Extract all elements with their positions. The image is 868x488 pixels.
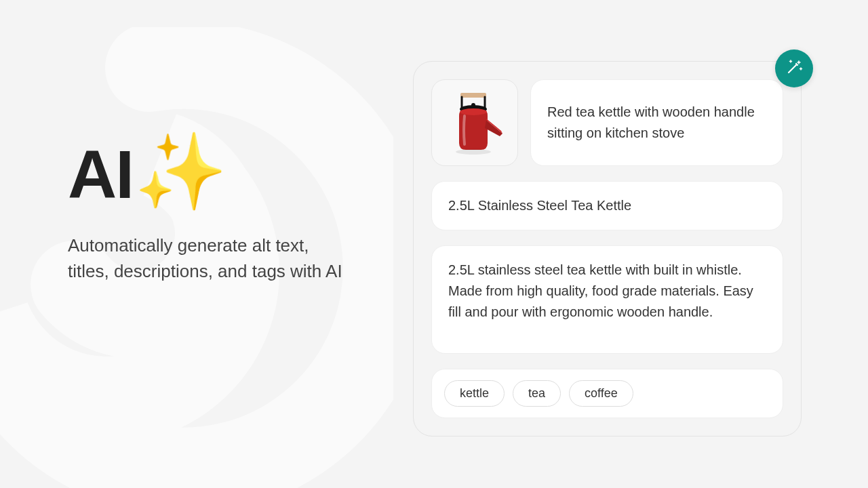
product-image-kettle xyxy=(431,79,518,166)
product-card: Red tea kettle with wooden handle sittin… xyxy=(413,61,802,436)
subheadline: Automatically generate alt text, titles,… xyxy=(68,233,353,284)
svg-point-2 xyxy=(471,103,475,107)
sparkles-icon: ✨ xyxy=(134,134,227,209)
svg-point-4 xyxy=(456,149,491,155)
description-value: 2.5L stainless steel tea kettle with bui… xyxy=(448,262,753,319)
tag-chip[interactable]: coffee xyxy=(569,380,633,407)
svg-rect-0 xyxy=(460,93,486,98)
alt-text-field[interactable]: Red tea kettle with wooden handle sittin… xyxy=(530,79,783,166)
title-value: 2.5L Stainless Steel Tea Kettle xyxy=(448,198,631,213)
description-field[interactable]: 2.5L stainless steel tea kettle with bui… xyxy=(431,245,783,354)
tags-field[interactable]: kettle tea coffee xyxy=(431,369,783,418)
tag-chip[interactable]: kettle xyxy=(444,380,505,407)
headline: AI ✨ xyxy=(68,137,353,211)
title-field[interactable]: 2.5L Stainless Steel Tea Kettle xyxy=(431,181,783,230)
headline-text: AI xyxy=(68,140,133,208)
svg-point-3 xyxy=(460,108,487,115)
alt-text-value: Red tea kettle with wooden handle sittin… xyxy=(547,102,766,144)
hero-section: AI ✨ Automatically generate alt text, ti… xyxy=(68,137,353,284)
ai-generate-button[interactable] xyxy=(775,49,813,87)
tag-chip[interactable]: tea xyxy=(513,380,561,407)
magic-wand-icon xyxy=(785,58,804,79)
